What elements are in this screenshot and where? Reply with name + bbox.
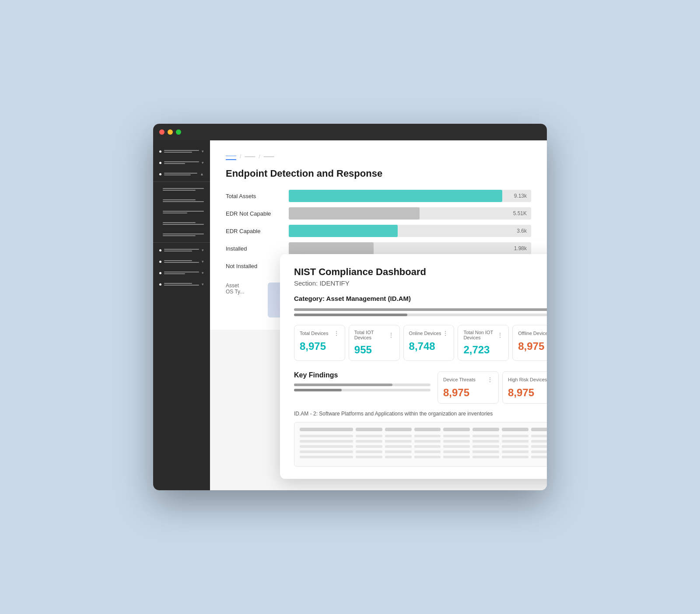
browser-titlebar — [153, 124, 547, 140]
key-findings-cards: Device Threats ⋮ 8,975 High Risk Devices… — [438, 371, 547, 404]
metric-cards: Total Devices ⋮ 8,975 Total IOT Devices … — [294, 325, 547, 361]
sidebar-line — [164, 150, 199, 151]
sidebar-line — [163, 235, 196, 236]
sidebar-sub-item-2[interactable] — [153, 195, 210, 206]
key-findings-title: Key Findings — [294, 371, 430, 379]
sidebar-item-7[interactable]: ▾ — [153, 279, 210, 290]
nist-section-label: Section: — [294, 279, 318, 287]
sidebar-line — [164, 161, 199, 162]
bar-label: EDR Not Capable — [226, 210, 283, 217]
sidebar-lines — [163, 233, 204, 237]
progress-track-1 — [294, 308, 547, 311]
breadcrumb-item-3[interactable]: —— — [264, 154, 274, 160]
table-cell — [531, 445, 547, 448]
sidebar-dot-icon — [159, 249, 161, 251]
table-cell — [472, 450, 499, 453]
metric-card-offline-devices: Offline Devices ⋮ 8,975 — [512, 325, 547, 361]
sidebar-line — [164, 285, 199, 286]
key-findings-progress — [294, 384, 430, 391]
table-cell — [443, 445, 470, 448]
sidebar-line — [163, 211, 204, 212]
bar-fill — [289, 242, 374, 255]
bar-value: 5.51K — [513, 210, 527, 216]
key-findings-row: Key Findings — [294, 371, 547, 404]
table-cell — [385, 440, 412, 443]
chevron-up-icon: ▲ — [200, 172, 204, 176]
key-findings-left: Key Findings — [294, 371, 430, 395]
bar-track: 1.98k — [289, 242, 531, 255]
sidebar-group-1: ▾ ▾ ▲ — [153, 146, 210, 180]
metric-card-value: 8,748 — [409, 340, 449, 352]
progress-fill-1 — [294, 308, 547, 311]
sidebar-lines — [164, 282, 199, 286]
sidebar-lines — [164, 248, 199, 252]
table-header-cell — [502, 428, 528, 431]
metric-menu-button-3[interactable]: ⋮ — [442, 330, 448, 337]
sidebar-item-1[interactable]: ▾ — [153, 146, 210, 157]
sidebar-sub-item-5[interactable] — [153, 229, 210, 241]
kf-progress-fill-2 — [294, 389, 342, 391]
table-row — [300, 435, 547, 437]
id-am-text: ID.AM - 2: Software Platforms and Applic… — [294, 411, 547, 417]
kf-progress-track-1 — [294, 384, 430, 386]
table-cell — [385, 435, 412, 437]
table-cell — [414, 456, 441, 458]
table-cell — [502, 435, 528, 437]
maximize-button[interactable] — [176, 129, 181, 135]
bar-label: Total Assets — [226, 193, 283, 199]
table-row — [300, 456, 547, 458]
sidebar-line — [163, 234, 204, 234]
sidebar-sub-item-1[interactable] — [153, 184, 210, 195]
metric-card-label: Total Non IOT Devices — [463, 330, 497, 340]
metric-card-value: 8,975 — [518, 340, 547, 352]
sidebar-item-6[interactable]: ▾ — [153, 267, 210, 279]
kf-menu-button-1[interactable]: ⋮ — [487, 376, 493, 383]
table-header-cell — [300, 428, 353, 431]
metric-menu-button-2[interactable]: ⋮ — [388, 331, 394, 338]
sidebar-sub-item-4[interactable] — [153, 218, 210, 229]
metric-card-total-devices: Total Devices ⋮ 8,975 — [294, 325, 345, 361]
nist-category: Category: Asset Management (ID.AM) — [294, 295, 547, 302]
sidebar-line — [163, 213, 187, 213]
metric-card-header: Total Devices ⋮ — [300, 330, 340, 337]
metric-card-header: Total IOT Devices ⋮ — [354, 330, 394, 340]
table-cell — [300, 440, 353, 443]
minimize-button[interactable] — [168, 129, 173, 135]
metric-card-label: Online Devices — [409, 331, 441, 336]
sidebar-item-2[interactable]: ▾ — [153, 157, 210, 168]
sidebar-line — [164, 251, 192, 251]
sidebar-sub-item-3[interactable] — [153, 206, 210, 218]
metric-menu-button-1[interactable]: ⋮ — [333, 330, 340, 337]
sidebar-lines — [164, 160, 199, 165]
table-cell — [531, 456, 547, 458]
progress-fill-2 — [294, 314, 407, 316]
kf-card-value: 8,975 — [443, 387, 493, 399]
sidebar-line — [164, 174, 191, 175]
metric-menu-button-4[interactable]: ⋮ — [497, 331, 503, 338]
table-cell — [443, 450, 470, 453]
sidebar: ▾ ▾ ▲ — [153, 140, 210, 490]
chevron-down-icon: ▾ — [202, 282, 204, 286]
table-header-row — [300, 428, 547, 431]
breadcrumb-item-1[interactable]: —— — [226, 153, 236, 160]
table-cell — [414, 445, 441, 448]
sidebar-item-5[interactable]: ▾ — [153, 256, 210, 267]
sidebar-line — [163, 188, 204, 189]
sidebar-line — [163, 222, 196, 223]
sidebar-dot-icon — [159, 162, 161, 164]
breadcrumb: —— / —— / —— — [226, 153, 531, 160]
bar-fill — [289, 225, 398, 237]
kf-card-header: High Risk Devices ⋮ — [508, 376, 547, 383]
asset-os-label: AssetOS Ty... — [226, 283, 261, 295]
sidebar-item-3[interactable]: ▲ — [153, 168, 210, 180]
table-cell — [502, 450, 528, 453]
close-button[interactable] — [159, 129, 164, 135]
sidebar-item-4[interactable]: ▾ — [153, 244, 210, 256]
metric-card-header: Offline Devices ⋮ — [518, 330, 547, 337]
bar-label: Installed — [226, 245, 283, 252]
sidebar-lines — [163, 199, 204, 203]
breadcrumb-item-2[interactable]: —— — [245, 154, 255, 160]
chevron-down-icon: ▾ — [202, 259, 204, 264]
kf-card-label: High Risk Devices — [508, 377, 547, 382]
bar-fill — [289, 207, 420, 220]
